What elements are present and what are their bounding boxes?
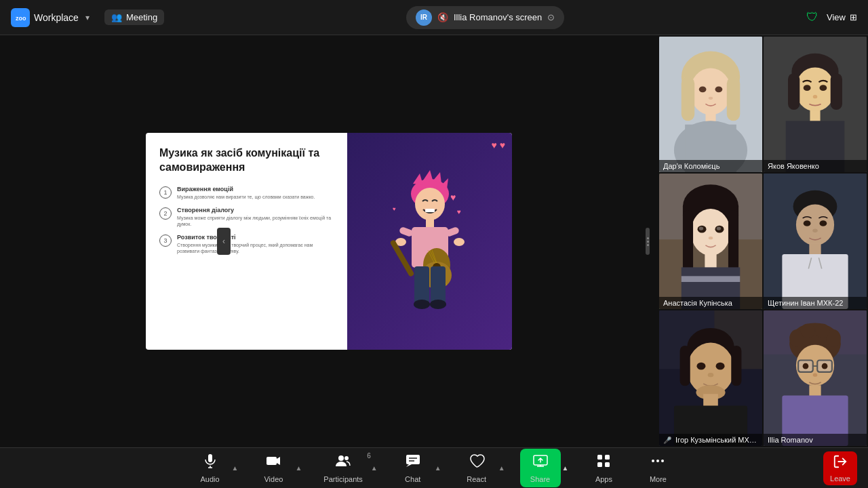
svg-point-14 [454, 238, 465, 246]
slide-item-num-1: 1 [159, 186, 172, 199]
participant-name-illia: Illia Romanov [764, 434, 867, 446]
participant-tile-yakov: Яков Яковенко [764, 37, 867, 172]
participants-label: Participants [323, 475, 362, 483]
svg-point-106 [822, 363, 828, 369]
more-group: More [631, 450, 685, 486]
share-caret[interactable]: ▲ [561, 462, 570, 474]
meeting-label: Meeting [126, 12, 157, 22]
svg-rect-22 [414, 266, 429, 304]
collapse-panel-button[interactable]: ‹ [217, 228, 231, 255]
slide-item-text-3: Створення музики — це творчий процес, як… [177, 242, 334, 254]
svg-point-24 [414, 300, 430, 309]
participant-name-yakov: Яков Яковенко [764, 160, 867, 172]
svg-rect-124 [597, 455, 602, 460]
view-button[interactable]: View ⊞ [827, 12, 857, 22]
slide-item-heading-1: Вираження емоцій [177, 186, 315, 192]
participants-icon [335, 453, 351, 473]
svg-rect-85 [680, 346, 690, 386]
react-button[interactable]: React [456, 450, 497, 486]
svg-rect-67 [682, 276, 740, 282]
screen-share-area: Музика як засіб комунікації та самовираж… [0, 35, 658, 447]
slide-item-num-3: 3 [159, 235, 172, 247]
svg-point-87 [696, 363, 705, 370]
zoom-logo-icon: zoom [11, 8, 30, 27]
svg-rect-126 [597, 462, 602, 467]
svg-point-107 [813, 373, 817, 376]
muted-icon-igor: 🎤 [663, 436, 671, 444]
svg-rect-58 [683, 210, 693, 276]
slide-item-num-2: 2 [159, 207, 172, 220]
participants-caret[interactable]: ▲ [370, 462, 379, 474]
slide-image-section: ♥ ♥ [347, 133, 512, 350]
more-button[interactable]: More [637, 450, 678, 486]
svg-point-57 [691, 209, 730, 256]
bottom-toolbar: Audio ▲ Video ▲ [0, 447, 868, 488]
svg-rect-11 [398, 226, 413, 237]
svg-rect-46 [831, 73, 842, 110]
main-content: Музика як засіб комунікації та самовираж… [0, 35, 868, 447]
svg-rect-59 [728, 210, 738, 276]
participant-name-darya: Дар'я Коломієць [659, 160, 762, 172]
apps-group: Apps [576, 450, 631, 486]
participants-button[interactable]: 6 Participants [317, 450, 369, 486]
share-group: Share ▲ [513, 449, 577, 487]
svg-point-88 [716, 363, 725, 370]
hearts-decoration: ♥ ♥ [491, 140, 505, 150]
meeting-button[interactable]: 👥 Meeting [104, 9, 164, 25]
svg-marker-118 [406, 464, 412, 467]
video-button[interactable]: Video [253, 450, 294, 486]
svg-point-44 [795, 67, 835, 111]
leave-button[interactable]: Leave [823, 451, 857, 485]
participant-tile-anastasia: Анастасія Купінська [659, 174, 762, 309]
chat-group: Chat ▲ [386, 450, 450, 486]
workplace-dropdown-arrow[interactable]: ▾ [85, 13, 90, 22]
participant-tile-igor: 🎤 Ігор Кузьмінський МХК-22 [659, 310, 762, 446]
react-heart-icon [469, 453, 485, 473]
audio-caret[interactable]: ▲ [231, 462, 240, 474]
svg-point-62 [699, 226, 703, 230]
svg-rect-75 [809, 244, 821, 256]
share-label: Share [530, 475, 550, 483]
presentation-slide: Музика як засіб комунікації та самовираж… [146, 133, 512, 350]
topbar: zoom Workplace ▾ 👥 Meeting IR 🔇 Illia Ro… [0, 0, 868, 35]
participants-group: 6 Participants ▲ [310, 450, 385, 486]
react-group: React ▲ [450, 450, 513, 486]
svg-point-130 [661, 460, 664, 462]
screen-share-indicator: IR 🔇 Illia Romanov's screen ⊙ [406, 6, 564, 29]
apps-label: Apps [595, 475, 612, 483]
microphone-icon: 🔇 [437, 12, 448, 22]
svg-point-74 [812, 229, 818, 232]
screen-share-options-icon[interactable]: ⊙ [547, 12, 555, 22]
svg-point-25 [430, 300, 446, 309]
chat-caret[interactable]: ▲ [433, 462, 443, 474]
svg-point-72 [804, 220, 811, 226]
svg-text:♥: ♥ [393, 206, 396, 212]
chat-label: Chat [405, 475, 420, 483]
video-caret[interactable]: ▲ [294, 462, 303, 474]
svg-text:♥: ♥ [450, 192, 456, 203]
svg-rect-65 [705, 254, 716, 269]
svg-rect-9 [426, 219, 434, 228]
svg-rect-91 [703, 394, 718, 407]
meeting-icon: 👥 [111, 12, 122, 22]
audio-button[interactable]: Audio [190, 450, 231, 486]
share-button[interactable]: Share [520, 449, 561, 487]
more-icon [650, 453, 666, 473]
apps-button[interactable]: Apps [583, 450, 624, 486]
participant-tile-ivan: Щетинин Іван МХК-22 [764, 174, 867, 309]
svg-marker-3 [413, 174, 423, 185]
participant-tile-darya: Дар'я Коломієць [659, 37, 762, 172]
workplace-label: Workplace [34, 12, 79, 23]
svg-marker-4 [423, 170, 433, 182]
react-caret[interactable]: ▲ [497, 462, 507, 474]
screen-share-avatar: IR [416, 9, 432, 26]
view-grid-icon: ⊞ [850, 12, 857, 22]
svg-rect-33 [682, 77, 694, 121]
chat-button[interactable]: Chat [393, 450, 433, 486]
slide-item-1: 1 Вираження емоцій Музика дозволяє нам в… [159, 186, 334, 200]
svg-point-64 [709, 237, 713, 239]
more-label: More [650, 475, 667, 483]
chat-icon [405, 453, 421, 473]
participant-name-igor: 🎤 Ігор Кузьмінський МХК-22 [659, 434, 762, 446]
slide-resize-handle[interactable] [646, 228, 650, 255]
